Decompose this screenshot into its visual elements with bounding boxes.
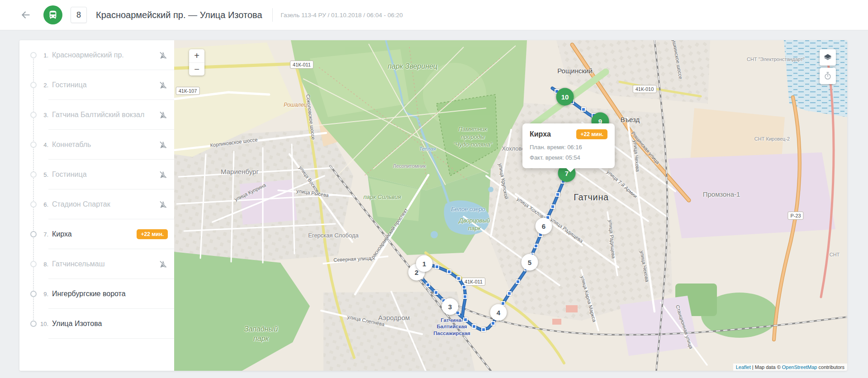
route-waypoint	[472, 324, 476, 329]
gps-off-icon	[158, 110, 168, 120]
stop-row-2[interactable]: 2.Гостиница	[19, 70, 174, 100]
stop-number: 6.	[37, 201, 48, 208]
stop-bullet	[30, 231, 37, 237]
popup-title: Кирха	[530, 130, 551, 138]
stop-bullet	[30, 261, 37, 267]
map-stop-marker-1[interactable]: 1	[416, 255, 433, 272]
stop-name: Гатчинсельмаш	[52, 260, 105, 268]
stop-number: 8.	[37, 261, 48, 268]
app-header: 8 Красноармейский пр. — Улица Изотова Га…	[0, 0, 868, 30]
map-tiles	[174, 40, 847, 371]
stop-name: Стадион Спартак	[52, 200, 110, 208]
route-waypoint	[555, 192, 560, 197]
stop-number: 5.	[37, 171, 48, 178]
stop-row-1[interactable]: 1.Красноармейский пр.	[19, 40, 174, 70]
stop-number: 9.	[37, 291, 48, 298]
stop-row-6[interactable]: 6.Стадион Спартак	[19, 189, 174, 219]
map-stop-marker-10[interactable]: 10	[556, 88, 574, 106]
stop-bullet	[30, 291, 37, 297]
layers-icon	[823, 53, 832, 62]
trip-subtitle: Газель 113-4 РУ / 01.10.2018 / 06:04 - 0…	[272, 8, 403, 22]
gps-off-icon	[158, 260, 168, 269]
stop-row-4[interactable]: 4.Коннетабль	[19, 130, 174, 160]
route-waypoint	[481, 327, 486, 332]
gps-off-icon	[158, 200, 168, 209]
stop-bullet	[30, 201, 37, 208]
stop-row-7[interactable]: 7.Кирха+22 мин.	[19, 219, 174, 249]
stop-row-3[interactable]: 3.Гатчина Балтийский вокзал	[19, 100, 174, 130]
stop-number: 10.	[37, 321, 48, 327]
timer-button[interactable]	[820, 68, 836, 84]
route-waypoint	[434, 290, 438, 295]
gps-off-icon	[158, 80, 168, 90]
stop-number: 4.	[37, 142, 48, 148]
stop-row-10[interactable]: 10.Улица Изотова	[19, 309, 174, 339]
stopwatch-icon	[823, 71, 832, 80]
map[interactable]: 41К-01141К-10741К-01041К-011Р-23парк Зве…	[174, 40, 847, 371]
popup-plan-time: План. время: 06:16	[530, 142, 607, 153]
stops-connector-line	[33, 55, 34, 324]
stop-row-9[interactable]: 9.Ингербургские ворота	[19, 279, 174, 309]
route-waypoint	[534, 244, 538, 248]
stop-name: Гостиница	[52, 170, 87, 179]
stop-bullet	[30, 171, 37, 178]
layers-button[interactable]	[820, 49, 836, 66]
map-attribution: Leaflet | Map data © OpenStreetMap contr…	[733, 364, 847, 371]
route-waypoint	[462, 285, 466, 289]
stop-popup: Кирха +22 мин. План. время: 06:16 Факт. …	[522, 123, 615, 168]
stop-bullet	[30, 52, 37, 58]
route-waypoint	[491, 321, 495, 326]
route-waypoint	[435, 265, 439, 269]
stop-bullet	[30, 142, 37, 148]
map-stop-marker-6[interactable]: 6	[536, 218, 552, 235]
gps-off-icon	[158, 170, 168, 180]
delay-badge: +22 мин.	[137, 229, 168, 239]
route-waypoint	[516, 279, 520, 284]
route-waypoint	[463, 317, 468, 322]
page-title: Красноармейский пр. — Улица Изотова	[96, 10, 262, 20]
stop-name: Ингербургские ворота	[52, 290, 126, 298]
stop-number: 1.	[37, 52, 48, 59]
route-waypoint	[507, 291, 512, 296]
route-waypoint	[447, 269, 451, 274]
stop-name: Гостиница	[52, 81, 87, 89]
stop-bullet	[30, 82, 37, 88]
stops-list: 1.Красноармейский пр.2.Гостиница3.Гатчин…	[19, 40, 174, 339]
map-right-controls	[820, 49, 836, 84]
stop-number: 3.	[37, 112, 48, 118]
zoom-out-button[interactable]: −	[189, 62, 204, 76]
bus-icon	[48, 10, 58, 20]
zoom-control: + −	[189, 49, 204, 76]
back-arrow-icon	[20, 9, 32, 21]
leaflet-link[interactable]: Leaflet	[736, 364, 751, 370]
route-waypoint	[456, 276, 461, 281]
route-waypoint	[581, 107, 586, 112]
stop-name: Кирха	[52, 230, 72, 238]
trip-card: 1.Красноармейский пр.2.Гостиница3.Гатчин…	[19, 40, 847, 371]
stop-name: Гатчина Балтийский вокзал	[52, 111, 144, 119]
zoom-in-button[interactable]: +	[189, 49, 204, 62]
stop-name: Коннетабль	[52, 141, 91, 149]
stops-panel: 1.Красноармейский пр.2.Гостиница3.Гатчин…	[19, 40, 174, 371]
vehicle-type-badge	[43, 5, 62, 24]
gps-off-icon	[158, 140, 168, 150]
stop-name: Улица Изотова	[52, 320, 102, 328]
map-stop-marker-4[interactable]: 4	[490, 304, 507, 321]
stop-row-8[interactable]: 8.Гатчинсельмаш	[19, 249, 174, 279]
route-number: 8	[71, 7, 87, 23]
stop-number: 7.	[37, 231, 48, 238]
stop-bullet	[30, 112, 37, 118]
stop-number: 2.	[37, 82, 48, 89]
map-stop-marker-3[interactable]: 3	[442, 298, 459, 315]
stop-bullet	[30, 321, 37, 327]
back-button[interactable]	[20, 9, 32, 21]
osm-link[interactable]: OpenStreetMap	[782, 364, 817, 370]
gps-off-icon	[158, 51, 168, 60]
attribution-suffix: contributors	[817, 364, 844, 370]
stop-row-5[interactable]: 5.Гостиница	[19, 160, 174, 189]
route-waypoint	[550, 204, 555, 209]
popup-fact-time: Факт. время: 05:54	[530, 153, 607, 163]
attribution-text: | Map data ©	[751, 364, 782, 370]
map-stop-marker-5[interactable]: 5	[522, 254, 538, 271]
route-waypoint	[463, 294, 467, 299]
